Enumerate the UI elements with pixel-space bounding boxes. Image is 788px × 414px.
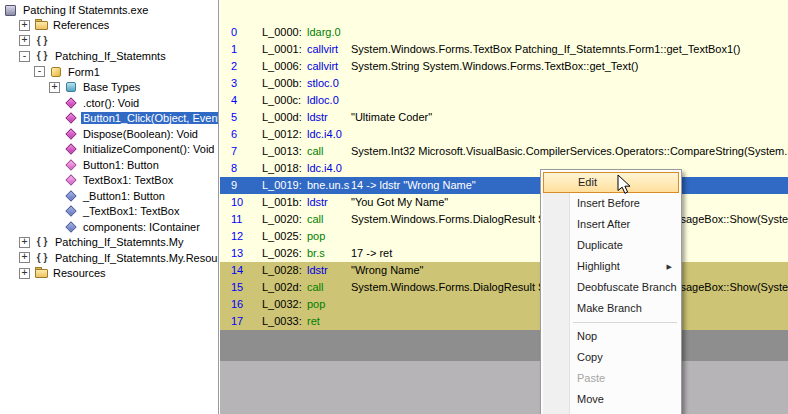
tree-item-label: Dispose(Boolean): Void [81, 128, 200, 140]
il-row[interactable]: 11L_0020:callSystem.Windows.Forms.Dialog… [220, 211, 788, 228]
il-row[interactable]: 5L_000d:ldstr"Ultimate Coder" [220, 109, 788, 126]
il-opcode: ldstr [307, 194, 351, 211]
menu-item-make-branch[interactable]: Make Branch [543, 298, 679, 319]
tree-expander-minus-icon[interactable]: - [19, 51, 30, 62]
tree-item[interactable]: .ctor(): Void [0, 95, 218, 111]
il-offset: L_0006: [262, 58, 307, 75]
tree-item[interactable]: components: IContainer [0, 219, 218, 235]
tree-item[interactable]: TextBox1: TextBox [0, 173, 218, 189]
tree-item[interactable]: -{ }Patching_If_Statemnts [0, 49, 218, 65]
il-offset: L_0012: [262, 126, 307, 143]
menu-item-paste[interactable]: Paste [543, 368, 679, 389]
il-offset: L_0019: [262, 177, 307, 194]
tree-item-label: TextBox1: TextBox [81, 174, 175, 186]
il-row[interactable]: 4L_000c:ldloc.0 [220, 92, 788, 109]
tree-item[interactable]: _TextBox1: TextBox [0, 204, 218, 220]
il-offset: L_0026: [262, 245, 307, 262]
menu-separator [573, 322, 677, 323]
il-row[interactable]: 15L_002d:callSystem.Windows.Forms.Dialog… [220, 279, 788, 296]
tree-item-label: Patching If Statemnts.exe [21, 4, 150, 16]
tree-item[interactable]: Button1: Button [0, 157, 218, 173]
menu-item-edit[interactable]: Edit [543, 172, 679, 193]
tree-expander-plus-icon[interactable]: + [19, 20, 30, 31]
il-editor-panel: 0L_0000:ldarg.01L_0001:callvirtSystem.Wi… [220, 0, 788, 414]
tree-item[interactable]: InitializeComponent(): Void [0, 142, 218, 158]
il-row[interactable]: 9L_0019:bne.un.s14 -> ldstr "Wrong Name" [220, 177, 788, 194]
method-icon [64, 128, 78, 140]
il-row[interactable]: 8L_0018:ldc.i4.0 [220, 160, 788, 177]
class-icon [49, 66, 63, 78]
il-row[interactable]: 2L_0006:callvirtSystem.String System.Win… [220, 58, 788, 75]
tree-item-label: Patching_If_Statemnts.My.Resources [53, 252, 219, 264]
method-icon [64, 112, 78, 124]
menu-item-deobfuscate-branch[interactable]: Deobfuscate Branch [543, 277, 679, 298]
il-opcode: pop [307, 296, 351, 313]
il-row[interactable]: 12L_0025:pop [220, 228, 788, 245]
menu-item-insert-before[interactable]: Insert Before [543, 193, 679, 214]
il-row[interactable]: 14L_0028:ldstr"Wrong Name" [220, 262, 788, 279]
il-offset: L_0032: [262, 296, 307, 313]
tree-item-label: .ctor(): Void [81, 97, 141, 109]
assembly-icon [4, 4, 18, 16]
il-row[interactable]: 10L_001b:ldstr"You Got My Name" [220, 194, 788, 211]
property-icon [64, 159, 78, 171]
il-offset: L_0013: [262, 143, 307, 160]
tree-expander-plus-icon[interactable]: + [49, 82, 60, 93]
il-row[interactable]: 3L_000b:stloc.0 [220, 75, 788, 92]
namespace-icon: { } [34, 252, 50, 264]
tree-item-label: Form1 [66, 66, 102, 78]
menu-item-insert-after[interactable]: Insert After [543, 214, 679, 235]
tree-expander-minus-icon[interactable]: - [34, 66, 45, 77]
tree-item[interactable]: _Button1: Button [0, 188, 218, 204]
menu-item-duplicate[interactable]: Duplicate [543, 235, 679, 256]
method-icon [64, 97, 78, 109]
tree-item[interactable]: +Resources [0, 266, 218, 282]
tree-item-label: Button1: Button [81, 159, 161, 171]
tree-expander-plus-icon[interactable]: + [19, 268, 30, 279]
submenu-arrow-icon: ▶ [667, 256, 672, 277]
il-row[interactable]: 0L_0000:ldarg.0 [220, 24, 788, 41]
tree-item[interactable]: +{ } [0, 33, 218, 49]
tree-item[interactable]: +Base Types [0, 80, 218, 96]
menu-item-move[interactable]: Move [543, 389, 679, 410]
tree-item-label: InitializeComponent(): Void [81, 143, 216, 155]
il-index: 2 [220, 58, 262, 75]
tree-item-selected[interactable]: Button1_Click(Object, EventAr [0, 111, 218, 127]
tree-expander-plus-icon[interactable]: + [19, 252, 30, 263]
il-row[interactable]: 6L_0012:ldc.i4.0 [220, 126, 788, 143]
folder-icon [34, 267, 48, 279]
tree-item[interactable]: Dispose(Boolean): Void [0, 126, 218, 142]
tree-expander-plus-icon[interactable]: + [19, 237, 30, 248]
il-index: 15 [220, 279, 262, 296]
menu-item-copy[interactable]: Copy [543, 347, 679, 368]
menu-item-highlight[interactable]: Highlight▶ [543, 256, 679, 277]
tree-item[interactable]: +{ }Patching_If_Statemnts.My.Resources [0, 250, 218, 266]
context-menu: EditInsert BeforeInsert AfterDuplicateHi… [540, 169, 682, 414]
tree-item[interactable]: Patching If Statemnts.exe [0, 2, 218, 18]
namespace-icon: { } [34, 50, 50, 62]
il-opcode: ldstr [307, 109, 351, 126]
tree-item[interactable]: +References [0, 18, 218, 34]
tree-item-label: Patching_If_Statemnts [53, 50, 168, 62]
il-row[interactable]: 13L_0026:br.s17 -> ret [220, 245, 788, 262]
menu-item-nop[interactable]: Nop [543, 326, 679, 347]
il-row[interactable]: 1L_0001:callvirtSystem.Windows.Forms.Tex… [220, 41, 788, 58]
tree-item-label: Base Types [81, 81, 142, 93]
il-row[interactable]: 17L_0033:ret [220, 313, 788, 330]
il-offset: L_0033: [262, 313, 307, 330]
il-index: 13 [220, 245, 262, 262]
field-icon [64, 221, 78, 233]
il-opcode: br.s [307, 245, 351, 262]
folder-icon [34, 19, 48, 31]
tree-item[interactable]: -Form1 [0, 64, 218, 80]
tree-expander-plus-icon[interactable]: + [19, 35, 30, 46]
field-icon [64, 205, 78, 217]
panel-divider-band [220, 330, 788, 361]
tree-item[interactable]: +{ }Patching_If_Statemnts.My [0, 235, 218, 251]
namespace-icon: { } [34, 236, 50, 248]
il-row[interactable]: 16L_0032:pop [220, 296, 788, 313]
il-index: 0 [220, 24, 262, 41]
il-row[interactable]: 7L_0013:callSystem.Int32 Microsoft.Visua… [220, 143, 788, 160]
il-offset: L_000c: [262, 92, 307, 109]
tree-item-label: References [51, 19, 111, 31]
